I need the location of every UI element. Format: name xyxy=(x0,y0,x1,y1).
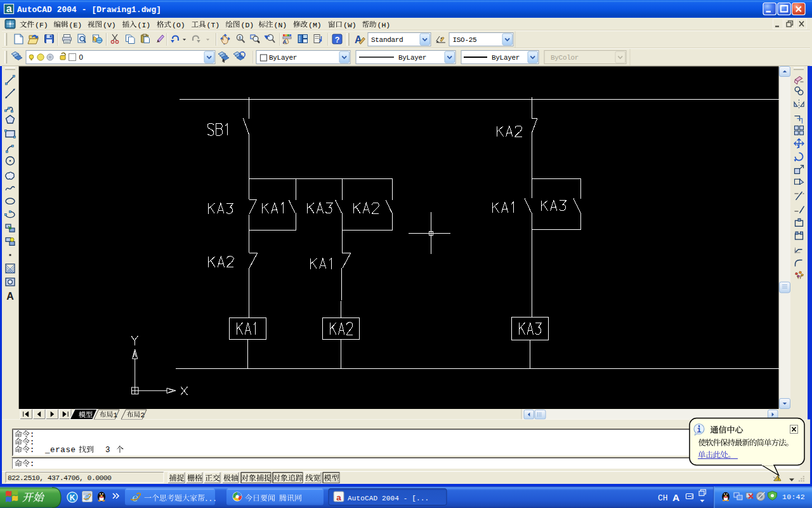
svg-text:!: ! xyxy=(776,476,780,482)
svg-text:ByLayer: ByLayer xyxy=(398,54,426,62)
svg-text:e: e xyxy=(132,491,139,504)
svg-text:A: A xyxy=(672,492,679,503)
svg-text:ByLayer: ByLayer xyxy=(492,54,520,62)
svg-text::: : xyxy=(30,460,34,469)
svg-text:(V): (V) xyxy=(103,21,116,29)
svg-text:(I): (I) xyxy=(138,21,151,29)
svg-text:_erase: _erase xyxy=(44,446,76,455)
svg-text:ByColor: ByColor xyxy=(551,54,579,62)
svg-text:a: a xyxy=(336,493,341,502)
svg-text:(D): (D) xyxy=(241,21,254,29)
svg-text:A: A xyxy=(6,291,14,302)
svg-text:3: 3 xyxy=(105,446,110,455)
svg-text:±: ± xyxy=(239,35,242,41)
svg-text:K: K xyxy=(70,493,75,502)
svg-text:(T): (T) xyxy=(207,21,220,29)
svg-text:(E): (E) xyxy=(69,21,82,29)
svg-text:(O): (O) xyxy=(172,21,185,29)
svg-text:(F): (F) xyxy=(35,21,48,29)
svg-text:e: e xyxy=(84,492,89,502)
svg-text:A: A xyxy=(283,39,287,46)
svg-text:?: ? xyxy=(335,36,340,44)
svg-text:CH: CH xyxy=(658,493,668,503)
svg-text:(N): (N) xyxy=(274,21,287,29)
svg-text:ByLayer: ByLayer xyxy=(269,54,297,62)
svg-text:ISO-25: ISO-25 xyxy=(453,36,477,44)
svg-text:i: i xyxy=(697,426,702,435)
svg-text:822.2510, 437.4706, 0.0000: 822.2510, 437.4706, 0.0000 xyxy=(8,474,112,482)
svg-text:(M): (M) xyxy=(308,21,322,29)
svg-text:AutoCAD 2004 - [...: AutoCAD 2004 - [... xyxy=(348,495,429,502)
svg-text::: : xyxy=(30,446,34,455)
svg-text:a: a xyxy=(6,4,13,15)
svg-text:(H): (H) xyxy=(377,21,391,29)
svg-text:Standard: Standard xyxy=(371,36,403,44)
svg-text:10:42: 10:42 xyxy=(782,493,805,501)
svg-text:...: ... xyxy=(204,495,217,503)
svg-text:0: 0 xyxy=(79,53,83,61)
svg-text:(W): (W) xyxy=(343,21,357,29)
svg-text:1: 1 xyxy=(114,411,118,419)
svg-text:AutoCAD 2004 - [Drawing1.dwg]: AutoCAD 2004 - [Drawing1.dwg] xyxy=(17,5,161,15)
svg-text:2: 2 xyxy=(141,411,145,419)
